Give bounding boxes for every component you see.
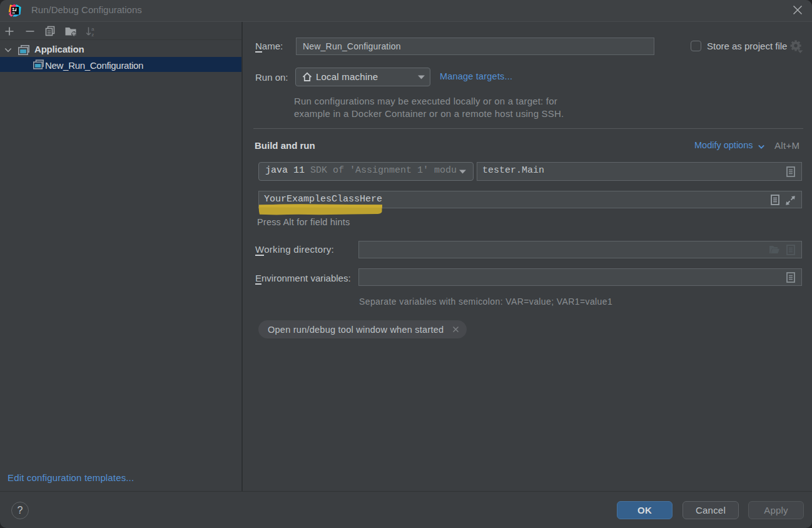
svg-text:z: z (91, 32, 94, 38)
